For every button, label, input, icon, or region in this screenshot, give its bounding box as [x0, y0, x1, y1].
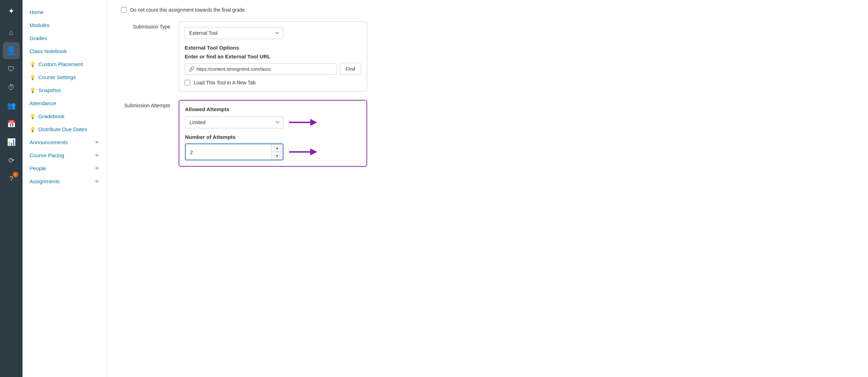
- clock-nav-icon[interactable]: ⏱: [3, 79, 20, 96]
- number-attempts-input[interactable]: 2: [186, 144, 271, 160]
- arrow-indicator-2: [289, 147, 317, 157]
- final-grade-checkbox-row: Do not count this assignment towards the…: [121, 7, 367, 13]
- people-nav-icon[interactable]: 👥: [3, 97, 20, 114]
- allowed-attempts-title: Allowed Attempts: [185, 106, 361, 112]
- eye-icon: 👁: [95, 179, 100, 184]
- arrow-indicator: [289, 117, 317, 127]
- eye-icon: 👁: [95, 140, 100, 145]
- url-input-wrapper: 🔗: [185, 63, 337, 75]
- bulb-icon: 💡: [30, 62, 36, 67]
- bulb-icon: 💡: [30, 127, 36, 132]
- sidebar-item-course-pacing[interactable]: Course Pacing 👁: [23, 149, 107, 162]
- number-attempts-row: 2 ▲ ▼: [185, 143, 361, 160]
- calendar-nav-icon[interactable]: 📅: [3, 115, 20, 132]
- final-grade-label: Do not count this assignment towards the…: [130, 7, 245, 13]
- attempts-box: Allowed Attempts Limited Unlimited: [179, 100, 367, 167]
- stepper-wrapper: 2 ▲ ▼: [185, 143, 283, 160]
- bulb-icon: 💡: [30, 88, 36, 93]
- sidebar-item-gradebook[interactable]: 💡 Gradebook: [23, 110, 107, 123]
- ext-tool-url-title: Enter or find an External Tool URL: [185, 53, 361, 59]
- sidebar-item-assignments[interactable]: Assignments 👁: [23, 175, 107, 188]
- main-content: Do not count this assignment towards the…: [107, 0, 868, 377]
- stepper-buttons: ▲ ▼: [271, 144, 283, 160]
- final-grade-checkbox[interactable]: [121, 7, 127, 13]
- app-logo[interactable]: ✦: [3, 3, 20, 20]
- submission-attempts-label: Submission Attempts: [121, 100, 170, 108]
- load-tab-row: Load This Tool In A New Tab: [185, 80, 361, 85]
- submission-type-select[interactable]: External Tool Online On Paper No Submiss…: [185, 27, 283, 39]
- load-tab-label: Load This Tool In A New Tab: [194, 80, 256, 85]
- stepper-up-button[interactable]: ▲: [272, 144, 283, 152]
- sidebar-item-attendance[interactable]: Attendance: [23, 97, 107, 110]
- external-tool-url-input[interactable]: [197, 64, 333, 75]
- bulb-icon: 💡: [30, 114, 36, 119]
- submission-type-label: Submission Type: [121, 21, 170, 30]
- help-badge: 1: [13, 172, 18, 177]
- sidebar-item-modules[interactable]: Modules: [23, 19, 107, 32]
- sidebar-item-grades[interactable]: Grades: [23, 32, 107, 45]
- find-button[interactable]: Find: [340, 63, 361, 75]
- submission-attempts-row: Submission Attempts Allowed Attempts Lim…: [121, 100, 367, 167]
- home-nav-icon[interactable]: ⌂: [3, 24, 20, 41]
- sidebar-item-class-notebook[interactable]: Class Notebook: [23, 45, 107, 58]
- sidebar-item-custom-placement[interactable]: 💡 Custom Placement: [23, 58, 107, 71]
- submission-attempts-content: Allowed Attempts Limited Unlimited: [179, 100, 367, 167]
- nav-sidebar: Home Modules Grades Class Notebook 💡 Cus…: [23, 0, 107, 377]
- sidebar-item-snapshot[interactable]: 💡 Snapshot: [23, 84, 107, 97]
- eye-icon: 👁: [95, 166, 100, 171]
- sidebar-item-people[interactable]: People 👁: [23, 162, 107, 175]
- svg-marker-1: [310, 119, 317, 126]
- history-nav-icon[interactable]: ⟳: [3, 152, 20, 169]
- url-input-row: 🔗 Find: [185, 63, 361, 75]
- bulb-icon: 💡: [30, 75, 36, 80]
- help-nav-icon[interactable]: ? 1: [3, 170, 20, 187]
- sidebar-item-announcements[interactable]: Announcements 👁: [23, 136, 107, 149]
- user-nav-icon[interactable]: 👤: [3, 42, 20, 59]
- submission-type-row: Submission Type External Tool Online On …: [121, 21, 367, 91]
- eye-icon: 👁: [95, 153, 100, 158]
- number-attempts-title: Number of Attempts: [185, 134, 361, 140]
- shield-nav-icon[interactable]: 🛡: [3, 60, 20, 77]
- allowed-attempts-select[interactable]: Limited Unlimited: [185, 116, 283, 128]
- submission-type-content: External Tool Online On Paper No Submiss…: [179, 21, 367, 91]
- icon-sidebar: ✦ ⌂ 👤 🛡 ⏱ 👥 📅 📊 ⟳ ? 1: [0, 0, 23, 377]
- attempts-select-row: Limited Unlimited: [185, 116, 361, 128]
- form-section: Do not count this assignment towards the…: [121, 7, 367, 167]
- submission-box: External Tool Online On Paper No Submiss…: [179, 21, 367, 91]
- sidebar-item-distribute-due-dates[interactable]: 💡 Distribute Due Dates: [23, 123, 107, 136]
- svg-marker-3: [310, 148, 317, 155]
- ext-tool-options-title: External Tool Options: [185, 45, 361, 51]
- load-tab-checkbox[interactable]: [185, 80, 190, 85]
- chart-nav-icon[interactable]: 📊: [3, 134, 20, 151]
- stepper-down-button[interactable]: ▼: [272, 152, 283, 160]
- sidebar-item-course-settings[interactable]: 💡 Course Settings: [23, 71, 107, 84]
- link-icon: 🔗: [189, 66, 194, 72]
- sidebar-item-home[interactable]: Home: [23, 6, 107, 19]
